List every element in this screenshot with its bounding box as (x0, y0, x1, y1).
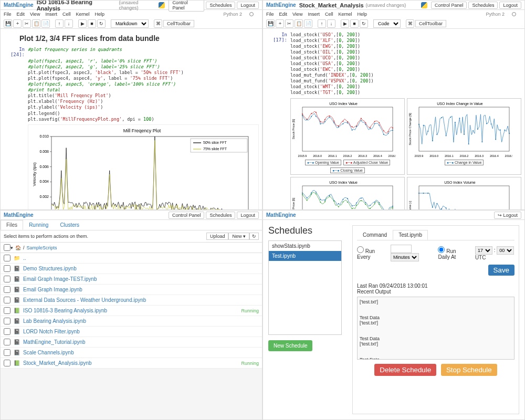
menu-file[interactable]: File (4, 12, 12, 17)
new-button[interactable]: New ▾ (228, 233, 249, 240)
new-schedule-button[interactable]: New Schedule (268, 340, 312, 351)
logout-button[interactable]: Logout (237, 2, 259, 9)
file-name[interactable]: Demo Structures.ipynb (23, 266, 259, 271)
file-checkbox[interactable] (4, 265, 10, 272)
sched-tab-command[interactable]: Command (357, 230, 393, 240)
file-name[interactable]: LORD Notch Filter.ipynb (23, 329, 259, 334)
run-daily-radio[interactable]: Run Daily At (438, 246, 466, 260)
move-up-icon[interactable]: ↑ (318, 19, 326, 28)
file-name[interactable]: Email Graph Image.ipynb (23, 287, 259, 292)
run-icon[interactable]: ▶ (341, 19, 349, 28)
menu-edit[interactable]: Edit (279, 12, 288, 17)
select-all-checkbox[interactable] (4, 244, 10, 251)
file-name[interactable]: Lab Bearing Analysis.ipynb (23, 318, 259, 324)
tab-clusters[interactable]: Clusters (54, 220, 85, 230)
file-checkbox[interactable] (4, 349, 10, 356)
control-panel-button[interactable]: Control Panel (431, 2, 467, 9)
move-down-icon[interactable]: ↓ (65, 19, 73, 28)
nb2-title[interactable]: Stock_Market_Analysis (299, 2, 364, 8)
cell-type-select[interactable]: Markdown (111, 19, 149, 28)
code-cell-24[interactable]: #plot frequency series in quadrants #plo… (28, 47, 259, 122)
file-checkbox[interactable] (4, 328, 10, 335)
breadcrumb-folder[interactable]: SampleScripts (27, 245, 57, 250)
brand[interactable]: MathEngine (4, 212, 34, 218)
command-palette-icon[interactable]: ⌘ (406, 19, 414, 28)
logout-button[interactable]: Logout (237, 212, 259, 219)
file-name[interactable]: .. (23, 255, 259, 261)
code-cell-17[interactable]: load_stock('USO',[0, 200]) load_stock('X… (290, 32, 521, 96)
file-checkbox[interactable] (4, 360, 10, 366)
file-checkbox[interactable] (4, 318, 10, 324)
paste-icon[interactable]: 📄 (41, 19, 50, 28)
cut-icon[interactable]: ✂ (23, 19, 31, 28)
menu-edit[interactable]: Edit (17, 12, 25, 17)
restart-icon[interactable]: ↻ (97, 19, 106, 28)
menu-cell[interactable]: Cell (325, 12, 333, 17)
save-button[interactable]: Save (488, 265, 514, 276)
add-cell-icon[interactable]: ＋ (13, 19, 22, 28)
menu-view[interactable]: View (30, 12, 40, 17)
upload-button[interactable]: Upload (206, 233, 229, 240)
copy-icon[interactable]: 📋 (295, 19, 303, 28)
move-down-icon[interactable]: ↓ (327, 19, 335, 28)
add-cell-icon[interactable]: ＋ (276, 19, 284, 28)
control-panel-button[interactable]: Control Panel (169, 212, 205, 219)
restart-icon[interactable]: ↻ (360, 19, 368, 28)
logout-button[interactable]: Logout (499, 2, 521, 9)
file-checkbox[interactable] (4, 297, 10, 303)
logout-button[interactable]: ↪ Logout (494, 212, 521, 219)
move-up-icon[interactable]: ↑ (55, 19, 64, 28)
tab-files[interactable]: Files (1, 220, 23, 230)
file-name[interactable]: MathEngine_Tutorial.ipynb (23, 339, 259, 345)
menu-cell[interactable]: Cell (62, 12, 71, 17)
menu-file[interactable]: File (266, 12, 274, 17)
menu-insert[interactable]: Insert (308, 12, 320, 17)
menu-help[interactable]: Help (94, 12, 104, 17)
file-name[interactable]: Email Graph Image-TEST.ipynb (23, 276, 259, 282)
output-box[interactable]: ['test.txt'] Test Data ['test.txt'] Test… (357, 297, 514, 360)
file-checkbox[interactable] (4, 307, 10, 314)
brand[interactable]: MathEngine (266, 212, 296, 218)
brand[interactable]: MathEngine (4, 2, 34, 8)
cell-toolbar-button[interactable]: CellToolbar (163, 20, 194, 27)
menu-kernel[interactable]: Kernel (76, 12, 89, 17)
copy-icon[interactable]: 📋 (32, 19, 40, 28)
tab-running[interactable]: Running (23, 220, 54, 230)
schedule-item[interactable]: showStats.ipynb (269, 241, 341, 251)
menu-view[interactable]: View (292, 12, 302, 17)
sched-ttab-test[interactable]: Test.ipynb (393, 230, 428, 240)
nb1-title[interactable]: ISO 10816-3 Bearing Analysis (37, 0, 117, 12)
home-icon[interactable]: 🏠 (15, 245, 21, 250)
paste-icon[interactable]: 📄 (304, 19, 312, 28)
refresh-icon[interactable]: ↻ (249, 233, 259, 240)
file-name[interactable]: Stock_Market_Analysis.ipynb (23, 360, 241, 366)
schedules-button[interactable]: Schedules (206, 2, 235, 9)
stop-schedule-button[interactable]: Stop Schedule (441, 364, 497, 376)
schedules-button[interactable]: Schedules (206, 212, 235, 219)
file-checkbox[interactable] (4, 255, 10, 261)
schedules-button[interactable]: Schedules (468, 2, 498, 9)
delete-schedule-button[interactable]: Delete Schedule (374, 364, 436, 376)
cut-icon[interactable]: ✂ (285, 19, 293, 28)
file-name[interactable]: External Data Sources - Weather Undergro… (23, 297, 259, 303)
cell-toolbar-button[interactable]: CellToolbar (415, 20, 446, 27)
run-icon[interactable]: ▶ (78, 19, 87, 28)
interrupt-icon[interactable]: ■ (350, 19, 359, 28)
brand[interactable]: MathEngine (266, 2, 296, 8)
interrupt-icon[interactable]: ■ (88, 19, 96, 28)
file-name[interactable]: Scale Channels.ipynb (23, 350, 259, 355)
menu-insert[interactable]: Insert (45, 12, 57, 17)
menu-help[interactable]: Help (357, 12, 367, 17)
control-panel-button[interactable]: Control Panel (169, 0, 204, 12)
run-every-unit[interactable]: Minutes (391, 253, 419, 261)
file-checkbox[interactable] (4, 286, 10, 293)
save-icon[interactable]: 💾 (4, 19, 12, 28)
menu-kernel[interactable]: Kernel (338, 12, 352, 17)
command-palette-icon[interactable]: ⌘ (154, 19, 162, 28)
file-checkbox[interactable] (4, 276, 10, 282)
cell-type-select[interactable]: Code (373, 19, 401, 28)
file-checkbox[interactable] (4, 339, 10, 345)
save-icon[interactable]: 💾 (266, 19, 275, 28)
run-every-radio[interactable]: Run Every (357, 246, 382, 260)
schedule-item[interactable]: Test.ipynb (269, 251, 341, 261)
